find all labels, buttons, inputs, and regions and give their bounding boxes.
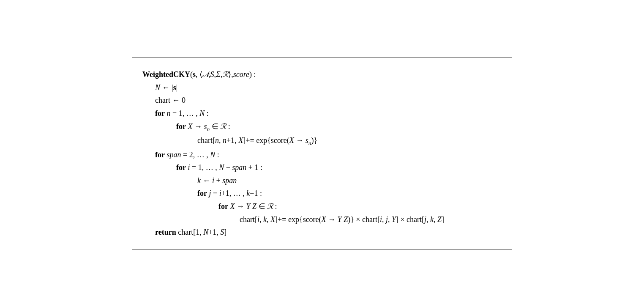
comma-idx3: , [267,213,270,226]
var-n: n [166,107,170,120]
exp2: exp{score( [287,213,322,226]
line-k-assign: k ← i + span [142,174,498,187]
plus-span: + [214,174,222,187]
idx-X2: X [270,213,275,226]
param-S: S [210,68,214,81]
comma-idx4: , [382,213,386,226]
algorithm-title: WeightedCKY(s, ⟨𝒩, S, Σ, ℛ⟩, score) : [142,68,498,81]
idx-one: 1, [196,226,203,239]
line-for-j: for j = i +1, … , k −1 : [142,187,498,200]
abs-s: |s| [172,81,177,94]
for-keyword-5: for [197,187,207,200]
arrow-score1: → [294,134,306,147]
idx-X1: X [238,134,243,147]
colon2: : [226,120,230,133]
for-keyword-1: for [155,107,165,120]
chart-label-4: chart[ [362,213,380,226]
chart-label-2: chart[ [197,134,215,147]
zero: 0 [182,94,186,107]
exp1-close: )} [311,134,318,147]
plus-one-return: +1, [208,226,220,239]
eq-n: = 1, … , [170,107,199,120]
param-score: score [233,68,249,81]
score-X1: X [289,134,294,147]
idx-Z2: Z [437,213,442,226]
score-Y: Y [338,213,342,226]
eq-i: = 1, … , [190,161,219,174]
colon3: : [215,148,219,162]
chart-label-5: chart[ [407,213,424,226]
param-s: s [193,68,196,81]
bracket-close-return: ] [224,226,226,239]
eq-span: = 2, … , [181,148,210,162]
line-return: return chart[1, N+1, S] [142,226,498,239]
pluseq-1: += [246,134,254,147]
line-for-n: for n = 1, … , N : [142,107,498,120]
idx-Y2: Y [392,213,396,226]
plus-one: + 1 : [246,161,262,174]
chart-label-6: chart[ [178,226,196,239]
exp2-close: )} × [348,213,362,226]
score-Z: Z [344,213,348,226]
line-chart-update-2: chart[i, k, X]+= exp{score(X → Y Z)} × c… [142,213,498,226]
arrow-chart: ← [170,94,182,107]
var-X2: X [230,200,235,213]
score-X2: X [322,213,326,226]
line-n-assign: N ← |s| [142,81,498,94]
var-R2: ℛ [267,200,273,213]
for-keyword-2: for [176,120,186,133]
algorithm-box: WeightedCKY(s, ⟨𝒩, S, Σ, ℛ⟩, score) : N … [132,58,512,249]
bracket-close4: ] [442,213,444,226]
arrow-k: ← [201,174,212,187]
chart-label-1: chart [155,94,170,107]
var-N-ref1: N [199,107,205,120]
param-R: ℛ [222,68,228,81]
for-keyword-6: for [218,200,228,213]
minus-one-j: −1 : [250,187,262,200]
var-Z: Z [252,200,257,213]
comma1: , ⟨ [196,68,202,81]
var-k-ref1: k [246,187,250,200]
arrow-score2: → [326,213,338,226]
line-for-i: for i = 1, … , N − span + 1 : [142,161,498,174]
plus1: +1, [226,134,238,147]
paren-close: ) : [249,68,256,81]
angle-close: ⟩, [228,68,233,81]
minus-span: − [224,161,232,174]
idx-N-plus: N [203,226,208,239]
idx-k3: k [430,213,434,226]
eq-j: = [211,187,219,200]
exp1: exp{score( [254,134,289,147]
var-span-ref2: span [222,174,237,187]
idx-n2: n [223,134,226,147]
plus-one-j: +1, … , [221,187,247,200]
arrow-n: ← [160,81,172,94]
score-sn: sn [306,134,311,148]
colon4: : [273,200,277,213]
comma-idx6: , [426,213,430,226]
param-Sigma: Σ [216,68,221,81]
param-N: 𝒩 [202,68,208,81]
var-span-ref: span [232,161,246,174]
elem1: ∈ [210,120,220,133]
var-Y: Y [246,200,250,213]
var-X1: X [188,120,192,133]
var-N-ref3: N [219,161,224,174]
arrow2: → [235,200,246,213]
line-chart-update-1: chart[n, n+1, X]+= exp{score(X → sn)} [142,134,498,148]
var-span: span [166,148,181,162]
chart-label-3: chart[ [240,213,257,226]
return-keyword: return [155,226,176,239]
line-for-span: for span = 2, … , N : [142,148,498,162]
for-keyword-4: for [176,161,186,174]
line-for-X-YZ: for X → Y Z ∈ ℛ : [142,200,498,213]
elem2: ∈ [257,200,267,213]
var-N: N [155,81,160,94]
comma-idx1: , [219,134,223,147]
var-R1: ℛ [220,120,226,133]
idx-k2: k [263,213,267,226]
bracket-close3: ] × [396,213,407,226]
pluseq-2: += [278,213,287,226]
idx-S: S [220,226,224,239]
function-name: WeightedCKY [142,68,190,81]
